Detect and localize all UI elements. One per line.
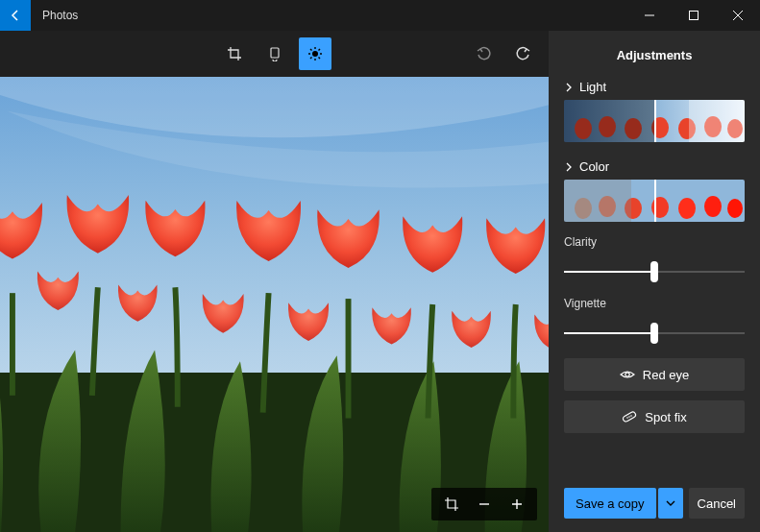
svg-rect-31	[564, 180, 631, 222]
clarity-slider[interactable]	[564, 260, 745, 283]
svg-line-10	[318, 49, 320, 51]
photo-image	[0, 77, 549, 532]
svg-line-8	[318, 58, 320, 60]
editor-area	[0, 31, 549, 532]
svg-point-36	[631, 415, 633, 417]
photo-canvas[interactable]	[0, 77, 549, 532]
color-section-header[interactable]: Color	[564, 156, 745, 180]
svg-point-30	[727, 199, 743, 218]
svg-point-35	[627, 417, 629, 419]
filters-icon	[267, 46, 282, 61]
svg-rect-1	[271, 48, 279, 58]
bandage-icon	[622, 409, 637, 424]
zoom-control	[431, 488, 537, 520]
fit-icon	[444, 496, 459, 512]
redo-icon	[514, 45, 531, 62]
chevron-right-icon	[564, 162, 574, 172]
panel-title: Adjustments	[549, 31, 760, 76]
clarity-slider-thumb[interactable]	[650, 261, 658, 282]
plus-icon	[511, 498, 523, 510]
back-button[interactable]	[0, 0, 31, 31]
clarity-label: Clarity	[564, 235, 745, 249]
maximize-button[interactable]	[672, 0, 716, 31]
svg-point-2	[312, 51, 318, 57]
adjustments-tool-button[interactable]	[299, 37, 331, 70]
svg-point-34	[629, 416, 631, 418]
color-preview-slider[interactable]	[564, 180, 745, 222]
editor-toolbar	[0, 31, 549, 77]
save-copy-label: Save a copy	[576, 496, 645, 511]
svg-point-32	[625, 373, 629, 376]
maximize-icon	[689, 11, 699, 20]
crop-tool-button[interactable]	[218, 37, 251, 70]
light-section-header[interactable]: Light	[564, 76, 745, 100]
brightness-icon	[307, 46, 323, 61]
minus-icon	[478, 498, 490, 510]
redo-button[interactable]	[514, 45, 531, 62]
svg-point-29	[704, 196, 722, 217]
light-label: Light	[579, 80, 606, 94]
svg-rect-21	[564, 100, 654, 142]
filters-tool-button[interactable]	[258, 37, 291, 70]
adjustments-panel: Adjustments Light Color	[549, 31, 760, 532]
red-eye-button[interactable]: Red eye	[564, 358, 745, 391]
undo-button[interactable]	[476, 45, 493, 62]
svg-point-28	[678, 198, 696, 219]
titlebar: Photos	[0, 0, 760, 31]
cancel-button[interactable]: Cancel	[689, 488, 745, 519]
chevron-right-icon	[564, 83, 574, 92]
zoom-in-button[interactable]	[501, 488, 533, 520]
svg-line-7	[310, 49, 312, 51]
light-preview-slider[interactable]	[564, 100, 745, 142]
svg-rect-0	[690, 12, 699, 20]
red-eye-label: Red eye	[643, 368, 689, 382]
color-label: Color	[579, 159, 609, 174]
light-slider-thumb[interactable]	[654, 100, 656, 142]
vignette-slider-thumb[interactable]	[650, 323, 658, 344]
spot-fix-button[interactable]: Spot fix	[564, 400, 745, 433]
color-slider-thumb[interactable]	[654, 180, 656, 222]
close-button[interactable]	[716, 0, 760, 31]
svg-rect-22	[689, 100, 745, 142]
crop-icon	[227, 46, 242, 61]
eye-icon	[620, 367, 635, 382]
chevron-down-icon	[666, 498, 675, 508]
vignette-slider[interactable]	[564, 322, 745, 345]
save-copy-button[interactable]: Save a copy	[564, 488, 656, 519]
zoom-out-button[interactable]	[468, 488, 501, 520]
vignette-label: Vignette	[564, 297, 745, 310]
undo-icon	[476, 45, 493, 62]
svg-line-9	[310, 58, 312, 60]
zoom-fit-button[interactable]	[435, 488, 468, 520]
app-title: Photos	[31, 0, 89, 31]
spot-fix-label: Spot fix	[645, 410, 686, 424]
minimize-icon	[645, 11, 654, 20]
arrow-left-icon	[8, 8, 23, 23]
close-icon	[733, 11, 743, 20]
cancel-label: Cancel	[698, 496, 736, 511]
save-options-button[interactable]	[658, 488, 683, 519]
minimize-button[interactable]	[627, 0, 672, 31]
panel-footer: Save a copy Cancel	[549, 478, 760, 532]
